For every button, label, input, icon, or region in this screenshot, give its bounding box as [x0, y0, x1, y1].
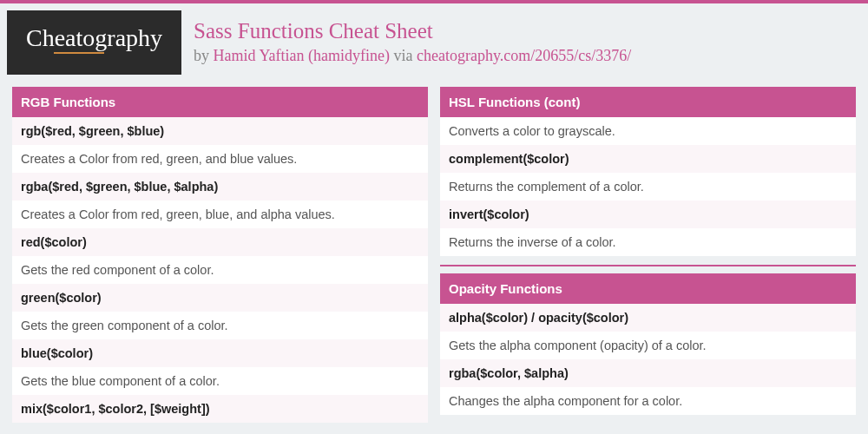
columns: RGB Functionsrgb($red, $green, $blue)Cre…: [7, 87, 861, 431]
header: Cheatography Sass Functions Cheat Sheet …: [7, 3, 861, 87]
brand-logo[interactable]: Cheatography: [7, 10, 181, 75]
column-right: HSL Functions (cont)Converts a color to …: [440, 87, 856, 431]
function-signature: invert($color): [440, 201, 856, 228]
source-link[interactable]: cheatography.com/20655/cs/3376/: [417, 47, 631, 64]
section-divider: [440, 265, 856, 266]
function-description: Gets the red component of a color.: [12, 256, 428, 284]
function-signature: complement($color): [440, 145, 856, 173]
page: Cheatography Sass Functions Cheat Sheet …: [0, 3, 868, 434]
page-title: Sass Functions Cheat Sheet: [194, 19, 631, 43]
function-description: Changes the alpha component for a color.: [440, 387, 856, 415]
byline: by Hamid Yaftian (hamidyfine) via cheato…: [194, 47, 631, 65]
function-description: Returns the complement of a color.: [440, 173, 856, 201]
section: Opacity Functionsalpha($color) / opacity…: [440, 273, 856, 415]
section-header: Opacity Functions: [440, 273, 856, 304]
brand-text: Cheatography: [26, 26, 162, 50]
function-signature: mix($color1, $color2, [$weight]): [12, 395, 428, 423]
section: HSL Functions (cont)Converts a color to …: [440, 87, 856, 256]
byline-prefix: by: [194, 47, 214, 64]
function-signature: blue($color): [12, 339, 428, 367]
section: RGB Functionsrgb($red, $green, $blue)Cre…: [12, 87, 428, 423]
function-description: Gets the alpha component (opacity) of a …: [440, 332, 856, 359]
section-header: RGB Functions: [12, 87, 428, 117]
function-signature: red($color): [12, 228, 428, 256]
function-description: Gets the blue component of a color.: [12, 367, 428, 395]
brand-underline: [54, 52, 104, 54]
function-description: Gets the green component of a color.: [12, 312, 428, 339]
title-block: Sass Functions Cheat Sheet by Hamid Yaft…: [194, 10, 631, 65]
function-description: Creates a Color from red, green, and blu…: [12, 145, 428, 173]
byline-via: via: [390, 47, 417, 64]
function-signature: rgb($red, $green, $blue): [12, 117, 428, 145]
section-header: HSL Functions (cont): [440, 87, 856, 117]
function-signature: green($color): [12, 284, 428, 312]
function-signature: rgba($red, $green, $blue, $alpha): [12, 173, 428, 201]
author-link[interactable]: Hamid Yaftian (hamidyfine): [214, 47, 390, 64]
function-description: Creates a Color from red, green, blue, a…: [12, 201, 428, 228]
function-description: Converts a color to grayscale.: [440, 117, 856, 145]
column-left: RGB Functionsrgb($red, $green, $blue)Cre…: [12, 87, 428, 431]
function-signature: alpha($color) / opacity($color): [440, 304, 856, 332]
function-signature: rgba($color, $alpha): [440, 359, 856, 387]
function-description: Returns the inverse of a color.: [440, 228, 856, 256]
